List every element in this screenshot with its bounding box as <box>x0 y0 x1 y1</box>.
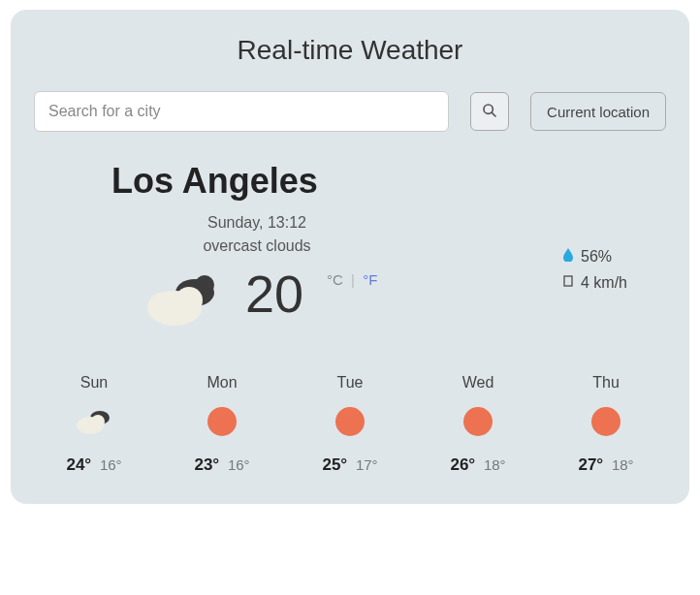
svg-point-6 <box>148 293 175 320</box>
svg-point-5 <box>175 287 203 314</box>
forecast-day-label: Thu <box>557 374 654 391</box>
current-condition: overcast clouds <box>111 235 402 258</box>
forecast-lo: 18° <box>612 456 634 473</box>
sun-icon <box>557 405 654 438</box>
current-meta: Sunday, 13:12 overcast clouds <box>111 211 402 258</box>
svg-point-10 <box>91 415 105 428</box>
overcast-cloud-icon <box>141 267 228 329</box>
unit-sep: | <box>351 271 355 288</box>
current-datetime: Sunday, 13:12 <box>111 211 402 235</box>
weather-card: Real-time Weather Current location Los A… <box>11 10 689 504</box>
forecast-day-label: Tue <box>302 374 398 391</box>
details-row: 20 °C | °F 56% 4 km/h <box>34 267 666 329</box>
forecast-temps: 24° 16° <box>46 455 143 475</box>
forecast-lo: 18° <box>484 456 506 473</box>
humidity-value: 56% <box>581 248 612 265</box>
droplet-icon <box>562 248 578 265</box>
current-location-button[interactable]: Current location <box>530 92 666 131</box>
wind-icon <box>562 274 578 291</box>
search-icon <box>482 103 497 121</box>
forecast-lo: 16° <box>228 456 250 473</box>
forecast-hi: 23° <box>194 455 219 474</box>
search-input[interactable] <box>34 91 449 132</box>
forecast-temps: 27° 18° <box>557 455 654 475</box>
forecast-lo: 17° <box>356 456 378 473</box>
forecast-hi: 24° <box>66 455 91 474</box>
page-title: Real-time Weather <box>34 35 666 66</box>
wind-value: 4 km/h <box>581 274 627 291</box>
forecast-hi: 26° <box>450 455 475 474</box>
temp-block: 20 °C | °F <box>141 267 377 329</box>
sun-icon <box>302 405 398 438</box>
svg-rect-7 <box>564 276 572 286</box>
forecast-day: Mon 23° 16° <box>174 374 270 475</box>
forecast-temps: 25° 17° <box>302 455 398 475</box>
forecast-lo: 16° <box>100 456 122 473</box>
forecast-day: Sun 24° 16° <box>46 374 143 475</box>
unit-celsius[interactable]: °C <box>327 271 343 288</box>
sun-icon <box>174 405 270 438</box>
forecast-hi: 27° <box>578 455 603 474</box>
search-row: Current location <box>34 91 666 132</box>
forecast-day: Wed 26° 18° <box>430 374 526 475</box>
forecast-hi: 25° <box>322 455 347 474</box>
forecast-day: Tue 25° 17° <box>302 374 398 475</box>
unit-fahrenheit[interactable]: °F <box>363 271 377 288</box>
forecast-list: Sun 24° 16° Mon 23° 16° Tue <box>34 374 666 475</box>
forecast-day-label: Wed <box>430 374 526 391</box>
current-temp: 20 <box>245 267 303 320</box>
cloud-icon <box>46 405 143 438</box>
forecast-temps: 23° 16° <box>174 455 270 475</box>
svg-line-1 <box>492 112 495 116</box>
forecast-day-label: Mon <box>174 374 270 391</box>
city-name: Los Angeles <box>111 161 666 202</box>
forecast-day: Thu 27° 18° <box>557 374 654 475</box>
forecast-temps: 26° 18° <box>430 455 526 475</box>
wind-row: 4 km/h <box>562 269 627 296</box>
current-stats: 56% 4 km/h <box>562 243 627 296</box>
forecast-day-label: Sun <box>46 374 143 391</box>
unit-toggle: °C | °F <box>327 271 377 288</box>
search-button[interactable] <box>470 92 509 131</box>
sun-icon <box>430 405 526 438</box>
humidity-row: 56% <box>562 243 627 269</box>
